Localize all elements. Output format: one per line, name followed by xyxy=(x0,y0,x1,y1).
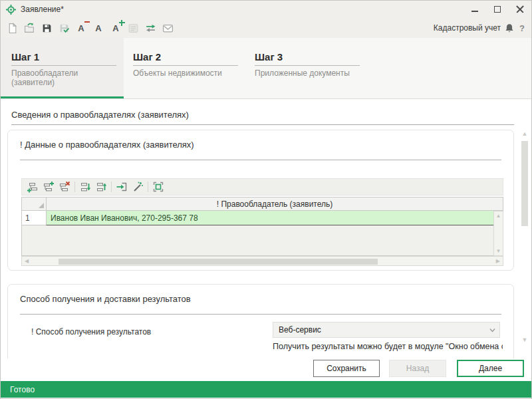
font-increase-glyph: A xyxy=(112,24,118,33)
help-icon[interactable]: ? xyxy=(518,23,526,33)
table-row[interactable]: 1 Иванов Иван Иванович, 270-295-367 78 xyxy=(21,211,503,225)
tab-step-2-subtitle: Объекты недвижимости xyxy=(133,68,236,78)
row-value-cell[interactable]: Иванов Иван Иванович, 270-295-367 78 xyxy=(46,211,503,225)
status-text: Готово xyxy=(10,385,35,394)
owners-box-divider xyxy=(20,160,501,160)
toolbar-separator xyxy=(74,182,75,192)
scroll-up-icon[interactable]: ▲ xyxy=(520,130,529,137)
application-window: Заявление* A A A xyxy=(0,0,532,399)
tab-step-3-subtitle: Приложенные документы xyxy=(255,68,358,78)
save-icon[interactable] xyxy=(39,21,54,35)
form-content: Сведения о правообладателях (заявителях)… xyxy=(1,99,531,358)
toolbar-separator xyxy=(111,182,112,192)
table-toolbar xyxy=(21,178,503,196)
move-up-icon[interactable] xyxy=(93,180,109,194)
delivery-group-box: Способ получения и доставки результатов … xyxy=(7,284,514,358)
scroll-up-icon[interactable]: ▲ xyxy=(496,213,501,219)
close-button[interactable] xyxy=(509,1,531,18)
title-bar: Заявление* xyxy=(1,1,531,18)
close-icon xyxy=(516,5,524,13)
table-vertical-scrollbar[interactable]: ▲ ▼ xyxy=(493,211,503,256)
move-down-icon[interactable] xyxy=(77,180,93,194)
row-number-cell[interactable]: 1 xyxy=(21,211,46,225)
new-document-icon[interactable] xyxy=(5,21,19,35)
font-increase-icon[interactable]: A xyxy=(108,21,123,35)
owners-box-title: ! Данные о правообладателях (заявителях) xyxy=(20,140,194,150)
tab-step-1-subtitle: Правообладатели (заявители) xyxy=(11,68,114,87)
delete-row-icon[interactable] xyxy=(57,180,72,194)
result-method-value: Веб-сервис xyxy=(279,325,321,334)
table-empty-area xyxy=(21,225,503,256)
tab-step-1[interactable]: Шаг 1 Правообладатели (заявители) xyxy=(1,38,124,98)
save-check-icon[interactable] xyxy=(57,21,71,35)
open-refresh-icon[interactable] xyxy=(22,21,37,35)
table-column-header[interactable]: ! Правообладатель (заявитель) xyxy=(46,197,503,211)
page-vertical-scrollbar[interactable]: ▲ ▼ xyxy=(520,130,529,343)
scroll-down-icon[interactable]: ▼ xyxy=(496,248,501,254)
maximize-icon xyxy=(494,6,501,13)
owners-group-box: ! Данные о правообладателях (заявителях) xyxy=(7,130,514,271)
delivery-box-title: Способ получения и доставки результатов xyxy=(20,294,191,304)
add-child-row-icon[interactable] xyxy=(41,180,57,194)
vertical-scroll-thumb[interactable] xyxy=(521,141,528,226)
font-default-icon[interactable]: A xyxy=(91,21,106,35)
toolbar-right-group: Кадастровый учет ? xyxy=(434,23,526,33)
font-decrease-icon[interactable]: A xyxy=(74,21,88,35)
owners-table: ! Правообладатель (заявитель) 1 Иванов И… xyxy=(21,197,503,266)
app-target-icon xyxy=(6,5,16,15)
exchange-arrows-icon[interactable] xyxy=(143,21,158,35)
chevron-down-icon xyxy=(489,328,495,332)
delivery-box-divider xyxy=(20,314,501,315)
scroll-left-icon[interactable]: ◀ xyxy=(25,258,29,264)
send-envelope-icon[interactable] xyxy=(160,21,175,35)
result-method-label: ! Способ получения результатов xyxy=(31,327,151,336)
import-icon[interactable] xyxy=(114,180,130,194)
next-button[interactable]: Далее xyxy=(457,360,524,377)
corner-triangle-icon xyxy=(39,203,44,208)
maximize-button[interactable] xyxy=(486,1,509,18)
tab-step-2[interactable]: Шаг 2 Объекты недвижимости xyxy=(124,38,245,98)
expand-selection-icon[interactable] xyxy=(150,180,166,194)
table-horizontal-scrollbar[interactable]: ◀ ▶ xyxy=(21,256,503,266)
font-decrease-glyph: A xyxy=(78,24,84,33)
footer-button-bar: Сохранить Назад Далее xyxy=(1,358,531,381)
step-tabs: Шаг 1 Правообладатели (заявители) Шаг 2 … xyxy=(1,38,531,99)
back-button[interactable]: Назад xyxy=(389,360,446,377)
tab-step-3-title: Шаг 3 xyxy=(255,51,360,66)
result-method-hint: Получить результаты можно будет в модуле… xyxy=(273,342,503,351)
status-bar: Готово xyxy=(1,381,531,398)
export-disabled-icon xyxy=(126,21,140,35)
main-toolbar: A A A Кадастровый учет ? xyxy=(1,18,531,38)
font-default-glyph: A xyxy=(95,24,101,33)
toolbar-separator xyxy=(148,182,148,192)
window-title: Заявление* xyxy=(21,5,64,14)
auto-fill-wand-icon[interactable] xyxy=(130,180,146,194)
window-controls xyxy=(464,1,531,18)
section-title: Сведения о правообладателях (заявителях) xyxy=(11,110,189,120)
tab-step-1-title: Шаг 1 xyxy=(11,51,116,66)
module-label: Кадастровый учет xyxy=(434,23,501,33)
save-button[interactable]: Сохранить xyxy=(313,360,380,377)
horizontal-scroll-thumb[interactable] xyxy=(59,259,378,265)
minimize-icon xyxy=(471,11,478,12)
scroll-right-icon[interactable]: ▶ xyxy=(496,258,500,264)
result-method-dropdown[interactable]: Веб-сервис xyxy=(273,322,500,338)
tab-step-3[interactable]: Шаг 3 Приложенные документы xyxy=(245,38,367,98)
notification-bell-icon[interactable] xyxy=(505,23,514,33)
add-row-icon[interactable] xyxy=(25,180,41,194)
scroll-down-icon[interactable]: ▼ xyxy=(520,336,529,343)
section-divider xyxy=(11,124,514,125)
table-corner-cell[interactable] xyxy=(21,197,46,211)
minimize-button[interactable] xyxy=(464,1,486,18)
table-header-row: ! Правообладатель (заявитель) xyxy=(21,197,503,211)
tab-step-2-title: Шаг 2 xyxy=(133,51,238,66)
